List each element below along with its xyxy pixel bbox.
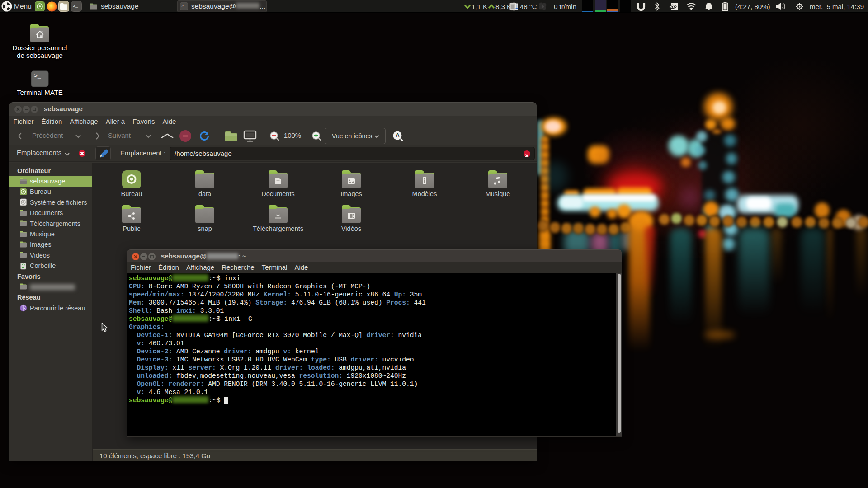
svg-text:A: A [396,132,400,139]
svg-text:>_: >_ [34,73,41,80]
svg-text:>_: >_ [181,4,185,8]
svg-text:>_: >_ [73,4,78,9]
